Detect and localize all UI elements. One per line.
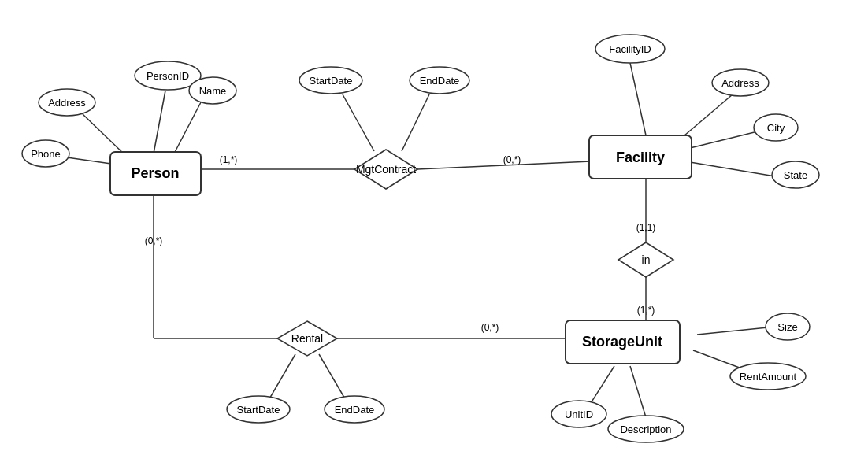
er-diagram: Person PersonID Name Address Phone MgtCo…	[0, 0, 868, 455]
mgt-contract-label: MgtContract	[356, 163, 416, 176]
description-label: Description	[620, 424, 671, 435]
cardinality-facility-in: (1,1)	[636, 222, 656, 233]
svg-line-11	[343, 94, 374, 151]
facility-city-label: City	[767, 122, 785, 134]
mgt-startdate-label: StartDate	[310, 75, 353, 87]
svg-line-15	[684, 130, 764, 150]
cardinality-person-rental: (0,*)	[145, 235, 163, 246]
svg-line-16	[685, 161, 780, 177]
svg-line-7	[154, 91, 165, 154]
person-phone-label: Phone	[31, 148, 61, 160]
cardinality-facility-mgt: (0,*)	[503, 154, 521, 165]
facility-label: Facility	[616, 150, 665, 165]
storageunit-label: StorageUnit	[582, 334, 662, 350]
in-label: in	[642, 253, 651, 266]
rental-startdate-label: StartDate	[237, 404, 280, 416]
unit-id-label: UnitID	[565, 409, 593, 420]
rental-label: Rental	[291, 332, 323, 345]
cardinality-person-mgt: (1,*)	[220, 154, 238, 165]
rent-amount-label: RentAmount	[740, 371, 797, 383]
cardinality-storage-rental: (0,*)	[481, 322, 499, 333]
rental-enddate-label: EndDate	[335, 404, 375, 416]
facility-address-label: Address	[721, 77, 759, 89]
person-label: Person	[131, 165, 179, 181]
svg-line-14	[679, 94, 733, 140]
facility-state-label: State	[784, 169, 807, 181]
svg-line-20	[697, 327, 776, 335]
svg-line-8	[173, 102, 201, 155]
cardinality-in-storage: (1,*)	[637, 305, 655, 316]
mgt-enddate-label: EndDate	[420, 75, 460, 87]
size-label: Size	[777, 321, 797, 333]
svg-line-13	[630, 63, 646, 135]
svg-line-21	[268, 354, 295, 401]
person-id-label: PersonID	[147, 70, 189, 82]
person-name-label: Name	[199, 85, 227, 97]
facility-id-label: FacilityID	[609, 43, 651, 55]
svg-line-12	[402, 94, 429, 151]
svg-line-9	[83, 114, 128, 157]
svg-line-18	[630, 366, 646, 417]
person-address-label: Address	[48, 97, 86, 109]
svg-line-22	[319, 354, 347, 401]
